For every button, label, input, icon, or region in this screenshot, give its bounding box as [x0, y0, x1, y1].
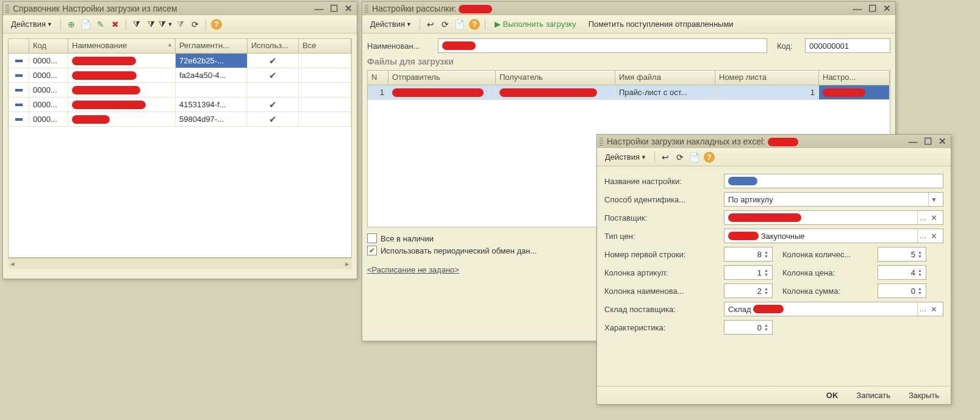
all-in-stock-checkbox[interactable]: [367, 233, 377, 243]
col-settings[interactable]: Настро...: [819, 71, 890, 85]
actions-menu[interactable]: Действия▼: [601, 151, 651, 163]
col-reg[interactable]: Регламентн...: [176, 39, 248, 53]
row-marker: [9, 112, 29, 126]
add-icon[interactable]: ⊕: [65, 18, 78, 31]
titlebar[interactable]: Настройки загрузки накладных из excel: —…: [597, 135, 951, 148]
save-button[interactable]: Записать: [851, 388, 896, 402]
close-button[interactable]: Закрыть: [903, 388, 945, 402]
col-n[interactable]: N: [368, 71, 388, 85]
nav-icon[interactable]: ↩: [424, 18, 437, 31]
add-doc-icon[interactable]: 📄: [688, 151, 701, 164]
clear-filter-icon[interactable]: ⧩: [174, 18, 187, 31]
ident-method-select[interactable]: По артикулу ▼: [724, 192, 943, 207]
help-icon[interactable]: ?: [703, 151, 716, 164]
form-area: Название настройки: Способ идентифика...…: [597, 166, 951, 346]
col-sender[interactable]: Отправитель: [388, 71, 496, 85]
ellipsis-icon[interactable]: …: [917, 211, 928, 224]
minimize-button[interactable]: —: [313, 3, 325, 14]
row-marker: [9, 98, 29, 112]
copy-icon[interactable]: 📄: [79, 18, 93, 31]
mark-sent-button[interactable]: Пометить поступления отправленными: [583, 18, 739, 30]
reference-grid[interactable]: Код Наименование▴ Регламентн... Использ.…: [8, 38, 352, 258]
maximize-button[interactable]: ☐: [327, 3, 340, 14]
clear-icon[interactable]: ✕: [928, 211, 939, 224]
delete-icon[interactable]: ✖: [109, 18, 122, 31]
first-row-input[interactable]: 8▲▼: [724, 247, 773, 262]
table-row[interactable]: 0000...72e62b25-...✔: [9, 54, 351, 68]
ellipsis-icon[interactable]: …: [917, 229, 928, 243]
code-input[interactable]: 000000001: [805, 38, 890, 53]
run-load-button[interactable]: ▶ Выполнить загрузку: [489, 18, 582, 30]
warehouse-input[interactable]: Склад … ✕: [724, 302, 943, 316]
scroll-right-icon[interactable]: ▸: [345, 259, 349, 268]
titlebar[interactable]: Настройки рассылки: — ☐ ✕: [362, 2, 895, 15]
col-sheet[interactable]: Номер листа: [715, 71, 819, 85]
col-code[interactable]: Код: [29, 39, 68, 53]
col-recipient[interactable]: Получатель: [496, 71, 615, 85]
help-icon[interactable]: ?: [210, 18, 223, 31]
scroll-left-icon[interactable]: ◂: [10, 259, 15, 268]
filter2-icon[interactable]: ⧩: [145, 18, 158, 31]
name-input[interactable]: [438, 38, 767, 53]
minimize-button[interactable]: —: [851, 3, 864, 14]
add-doc-icon[interactable]: 📄: [453, 18, 467, 31]
cell-used: [248, 83, 299, 97]
table-row[interactable]: 0000...fa2a4a50-4...✔: [9, 68, 351, 83]
col-marker[interactable]: [9, 39, 29, 53]
cell-sheet: 1: [715, 85, 819, 99]
maximize-button[interactable]: ☐: [866, 3, 878, 14]
help-icon[interactable]: ?: [468, 18, 481, 31]
refresh-icon[interactable]: ⟳: [188, 18, 202, 31]
ok-button[interactable]: OK: [821, 388, 844, 402]
scrollbar-horizontal[interactable]: ◂ ▸: [8, 258, 352, 269]
cell-code: 0000...: [29, 98, 68, 112]
refresh-icon[interactable]: ⟳: [673, 151, 687, 164]
close-button[interactable]: ✕: [881, 3, 893, 14]
cell-reg: 72e62b25-...: [176, 54, 248, 68]
table-row[interactable]: 0000...41531394-f...✔: [9, 98, 351, 112]
nav-icon[interactable]: ↩: [659, 151, 672, 164]
characteristic-input[interactable]: 0▲▼: [724, 320, 773, 335]
price-col-input[interactable]: 4▲▼: [878, 265, 926, 280]
cell-reg: 41531394-f...: [176, 98, 248, 112]
col-name[interactable]: Наименование▴: [68, 39, 176, 53]
cell-name: [68, 98, 176, 112]
close-button[interactable]: ✕: [342, 3, 354, 14]
close-button[interactable]: ✕: [936, 136, 948, 147]
qty-col-input[interactable]: 5▲▼: [878, 247, 926, 262]
maximize-button[interactable]: ☐: [921, 136, 934, 147]
minimize-button[interactable]: —: [907, 136, 919, 147]
refresh-icon[interactable]: ⟳: [438, 18, 452, 31]
article-col-input[interactable]: 1▲▼: [724, 265, 773, 280]
cell-used: ✔: [248, 98, 299, 112]
warehouse-value: Склад: [728, 305, 751, 314]
chevron-down-icon[interactable]: ▼: [928, 193, 939, 206]
titlebar[interactable]: Справочник Настройки загрузки из писем —…: [3, 2, 357, 15]
clear-icon[interactable]: ✕: [928, 229, 939, 243]
code-label: Код:: [777, 41, 801, 51]
name-col-input[interactable]: 2▲▼: [724, 283, 773, 298]
supplier-input[interactable]: … ✕: [724, 210, 943, 225]
table-row[interactable]: 0000...: [9, 83, 351, 98]
ellipsis-icon[interactable]: …: [917, 302, 928, 316]
filter3-icon[interactable]: ⧩▼: [159, 18, 173, 31]
actions-menu[interactable]: Действия▼: [366, 18, 416, 30]
col-used[interactable]: Использ...: [248, 39, 299, 53]
footer-bar: OK Записать Закрыть: [597, 386, 951, 404]
price-type-input[interactable]: Закупочные … ✕: [724, 229, 943, 243]
actions-menu[interactable]: Действия▼: [7, 18, 57, 30]
cell-all: [299, 83, 351, 97]
col-filename[interactable]: Имя файла: [615, 71, 715, 85]
schedule-link[interactable]: <Расписание не задано>: [367, 265, 459, 274]
filter1-icon[interactable]: ⧩: [130, 18, 143, 31]
edit-icon[interactable]: ✎: [94, 18, 107, 31]
col-all[interactable]: Все: [299, 39, 351, 53]
sum-col-input[interactable]: 0▲▼: [878, 283, 926, 298]
periodic-exchange-checkbox[interactable]: ✔: [367, 246, 377, 255]
file-row[interactable]: 1 Прайс-лист с ост... 1: [368, 85, 890, 100]
config-name-input[interactable]: [724, 174, 943, 188]
table-row[interactable]: 0000...59804d97-...✔: [9, 112, 351, 127]
cell-n: 1: [368, 85, 388, 99]
clear-icon[interactable]: ✕: [928, 302, 939, 316]
cell-all: [299, 98, 351, 112]
